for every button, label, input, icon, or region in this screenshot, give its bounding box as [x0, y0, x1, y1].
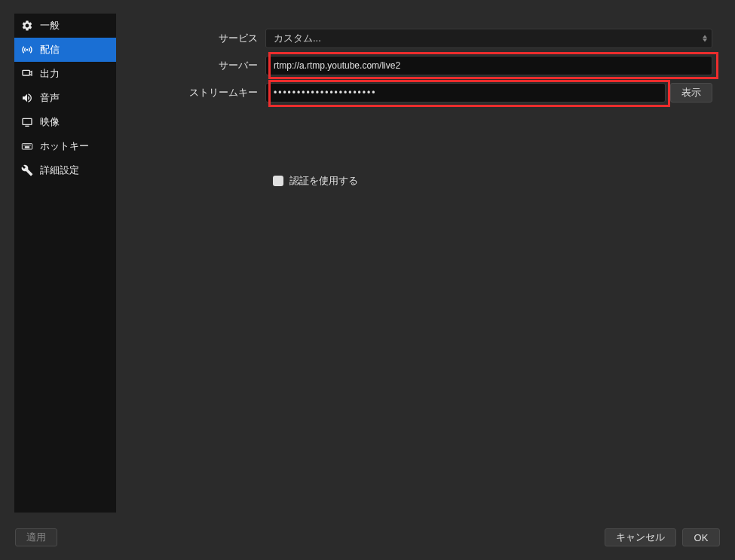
svg-point-4	[26, 145, 26, 145]
footer: 適用 キャンセル OK	[0, 528, 735, 546]
dropdown-arrows-icon	[703, 35, 707, 42]
svg-point-5	[27, 145, 28, 145]
settings-sidebar: 一般 配信 出力 音声 映像	[14, 14, 116, 513]
server-input[interactable]	[265, 56, 712, 75]
svg-point-7	[30, 145, 31, 145]
sidebar-item-label: 詳細設定	[40, 164, 79, 177]
service-label: サービス	[124, 32, 265, 45]
audio-icon	[20, 91, 34, 105]
svg-rect-8	[25, 147, 29, 148]
sidebar-item-video[interactable]: 映像	[14, 110, 116, 134]
video-icon	[20, 115, 34, 129]
keyboard-icon	[20, 139, 34, 153]
server-label: サーバー	[124, 59, 265, 72]
streamkey-label: ストリームキー	[124, 86, 265, 99]
sidebar-item-general[interactable]: 一般	[14, 14, 116, 38]
auth-checkbox[interactable]	[273, 176, 283, 186]
broadcast-icon	[20, 43, 34, 57]
settings-content: サービス カスタム... サーバー ストリームキー 表示	[116, 14, 735, 513]
sidebar-item-label: ホットキー	[40, 139, 89, 153]
sidebar-item-label: 出力	[40, 67, 60, 81]
sidebar-item-audio[interactable]: 音声	[14, 86, 116, 110]
cancel-button[interactable]: キャンセル	[605, 528, 676, 546]
svg-rect-1	[23, 118, 32, 124]
sidebar-item-label: 音声	[40, 91, 60, 105]
output-icon	[20, 67, 34, 81]
svg-point-6	[29, 145, 29, 145]
sidebar-item-advanced[interactable]: 詳細設定	[14, 158, 116, 182]
ok-button[interactable]: OK	[682, 528, 720, 546]
auth-checkbox-label: 認証を使用する	[289, 174, 358, 188]
service-select[interactable]: カスタム...	[265, 29, 712, 48]
show-streamkey-button[interactable]: 表示	[670, 83, 712, 103]
sidebar-item-label: 配信	[40, 43, 60, 57]
sidebar-item-output[interactable]: 出力	[14, 62, 116, 86]
sidebar-item-hotkeys[interactable]: ホットキー	[14, 134, 116, 158]
streamkey-input[interactable]	[265, 83, 666, 103]
service-value: カスタム...	[274, 32, 321, 45]
tools-icon	[20, 164, 34, 177]
svg-point-3	[24, 145, 25, 145]
sidebar-item-stream[interactable]: 配信	[14, 38, 116, 62]
svg-rect-0	[23, 70, 29, 75]
sidebar-item-label: 一般	[40, 19, 60, 32]
gear-icon	[20, 19, 34, 32]
apply-button[interactable]: 適用	[15, 528, 57, 546]
sidebar-item-label: 映像	[40, 115, 60, 129]
